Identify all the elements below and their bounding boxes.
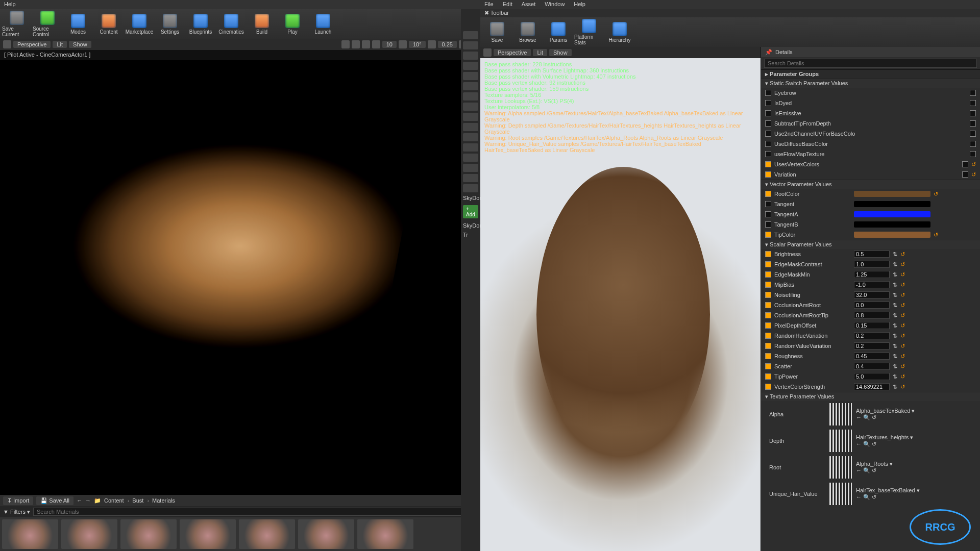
override-checkbox[interactable] <box>765 211 771 217</box>
color-swatch[interactable] <box>854 221 930 228</box>
override-checkbox[interactable] <box>765 363 771 369</box>
color-swatch[interactable] <box>854 201 930 207</box>
asset-thumbnail[interactable] <box>180 519 236 549</box>
switch-checkbox[interactable] <box>970 120 976 127</box>
menu-edit[interactable]: Edit <box>503 1 512 8</box>
override-checkbox[interactable] <box>765 373 771 380</box>
scalar-input[interactable] <box>854 261 890 268</box>
override-checkbox[interactable] <box>765 90 771 96</box>
switch-checkbox[interactable] <box>970 151 976 157</box>
realtime-icon[interactable] <box>352 40 360 48</box>
revert-icon[interactable]: ↺ <box>934 232 938 238</box>
show-button[interactable]: Show <box>69 41 91 48</box>
content-search-input[interactable] <box>33 508 467 516</box>
override-checkbox[interactable] <box>765 141 771 147</box>
scalar-input[interactable] <box>854 271 890 278</box>
browse-button[interactable]: Browse <box>513 19 543 45</box>
content-button[interactable]: Content <box>94 11 124 37</box>
revert-icon[interactable]: ↺ <box>900 333 905 339</box>
texture-name[interactable]: HairTex_baseTexBaked ▾ <box>856 487 976 494</box>
override-checkbox[interactable] <box>765 161 771 167</box>
texture-name[interactable]: Alpha_baseTexBaked ▾ <box>856 408 976 414</box>
switch-checkbox[interactable] <box>970 131 976 137</box>
revert-icon[interactable]: ↺ <box>900 363 905 370</box>
spinner-icon[interactable]: ⇅ <box>893 343 897 349</box>
spinner-icon[interactable]: ⇅ <box>893 261 897 268</box>
revert-icon[interactable]: ↺ <box>900 322 905 329</box>
color-swatch[interactable] <box>854 232 930 238</box>
override-checkbox[interactable] <box>765 333 771 339</box>
details-search-input[interactable] <box>764 59 977 68</box>
perspective-button[interactable]: Perspective <box>494 49 531 56</box>
scalar-input[interactable] <box>854 373 890 380</box>
override-checkbox[interactable] <box>765 312 771 318</box>
override-checkbox[interactable] <box>765 353 771 359</box>
use-selected-icon[interactable]: ← <box>856 494 862 500</box>
spinner-icon[interactable]: ⇅ <box>893 292 897 298</box>
spinner-icon[interactable]: ⇅ <box>893 312 897 319</box>
spinner-icon[interactable]: ⇅ <box>893 302 897 309</box>
menu-asset[interactable]: Asset <box>522 1 536 8</box>
angle-snap-icon[interactable] <box>399 40 407 48</box>
game-view-icon[interactable] <box>341 40 350 48</box>
breadcrumb[interactable]: Materials <box>152 497 177 504</box>
asset-thumbnail[interactable] <box>357 519 413 549</box>
scale-snap-value[interactable]: 0.25 <box>438 41 457 48</box>
revert-icon[interactable]: ↺ <box>900 282 905 288</box>
cinematics-button[interactable]: Cinematics <box>216 11 246 37</box>
texture-thumbnail[interactable] <box>829 456 852 479</box>
hierarchy-button[interactable]: Hierarchy <box>605 19 634 45</box>
override-checkbox[interactable] <box>765 171 771 178</box>
toolbar-tab[interactable]: ✖ Toolbar <box>480 9 980 17</box>
texture-thumbnail[interactable] <box>829 430 852 452</box>
show-button[interactable]: Show <box>549 49 572 56</box>
viewport-options-icon[interactable] <box>3 40 11 48</box>
switch-checkbox[interactable] <box>970 90 976 96</box>
scalar-input[interactable] <box>854 322 890 329</box>
outliner-item[interactable]: SkyDome <box>463 222 478 229</box>
scalar-input[interactable] <box>854 251 890 258</box>
menu-file[interactable]: File <box>484 1 494 8</box>
scalar-input[interactable] <box>854 363 890 370</box>
revert-icon[interactable]: ↺ <box>900 373 905 380</box>
browse-icon[interactable]: 🔍 <box>863 441 870 447</box>
menu-window[interactable]: Window <box>545 1 565 8</box>
pilot-banner[interactable]: [ Pilot Active - CineCameraActor1 ] <box>0 50 480 60</box>
group-header[interactable]: ▾ Texture Parameter Values <box>761 392 980 401</box>
angle-snap-value[interactable]: 10° <box>409 41 426 48</box>
outliner-item[interactable]: SkyDome <box>463 195 478 201</box>
spinner-icon[interactable]: ⇅ <box>893 322 897 329</box>
import-button[interactable]: ↧ Import <box>3 496 33 505</box>
revert-icon[interactable]: ↺ <box>900 353 905 360</box>
build-button[interactable]: Build <box>247 11 277 37</box>
breadcrumb[interactable]: Bust <box>132 497 149 504</box>
override-checkbox[interactable] <box>765 221 771 228</box>
use-selected-icon[interactable]: ← <box>856 414 862 420</box>
override-checkbox[interactable] <box>765 261 771 267</box>
override-checkbox[interactable] <box>765 100 771 106</box>
save-all-button[interactable]: 💾 Save All <box>36 496 74 505</box>
switch-checkbox[interactable] <box>962 171 968 178</box>
scalar-input[interactable] <box>854 342 890 349</box>
scalar-input[interactable] <box>854 383 890 390</box>
source-control-button[interactable]: Source Control <box>33 11 62 37</box>
lit-button[interactable]: Lit <box>53 41 67 48</box>
revert-icon[interactable]: ↺ <box>900 261 905 268</box>
spinner-icon[interactable]: ⇅ <box>893 251 897 258</box>
switch-checkbox[interactable] <box>962 161 968 167</box>
save-button[interactable]: Save <box>482 19 512 45</box>
override-checkbox[interactable] <box>765 232 771 238</box>
revert-icon[interactable]: ↺ <box>900 271 905 278</box>
surface-snap-icon[interactable] <box>362 40 370 48</box>
modes-button[interactable]: Modes <box>63 11 93 37</box>
menu-help[interactable]: Help <box>4 1 16 8</box>
spinner-icon[interactable]: ⇅ <box>893 333 897 339</box>
override-checkbox[interactable] <box>765 292 771 298</box>
use-selected-icon[interactable]: ← <box>856 467 862 473</box>
lit-button[interactable]: Lit <box>533 49 547 56</box>
revert-icon[interactable]: ↺ <box>900 312 905 319</box>
revert-icon[interactable]: ↺ <box>900 251 905 258</box>
scalar-input[interactable] <box>854 312 890 319</box>
group-header[interactable]: ▸ Parameter Groups <box>761 69 980 79</box>
nav-back-icon[interactable]: ← <box>77 497 82 504</box>
